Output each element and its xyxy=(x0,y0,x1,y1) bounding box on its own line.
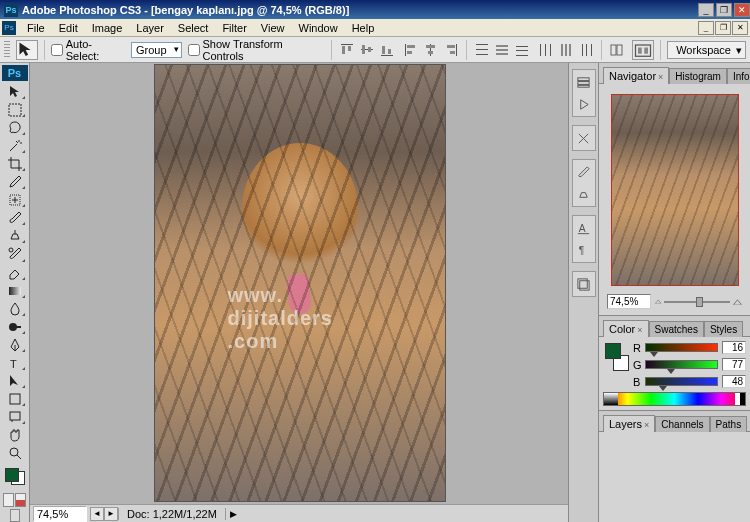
magic-wand-tool[interactable] xyxy=(3,137,27,155)
auto-select-dropdown[interactable]: Group xyxy=(131,42,182,58)
color-r-value[interactable]: 16 xyxy=(722,341,746,354)
doc-restore-button[interactable]: ❐ xyxy=(715,21,731,35)
crop-tool[interactable] xyxy=(3,155,27,173)
quickmask-mode-button[interactable] xyxy=(15,493,26,507)
dodge-tool[interactable] xyxy=(3,318,27,336)
align-bottom-edges-button[interactable] xyxy=(378,41,396,59)
menu-view[interactable]: View xyxy=(254,20,292,36)
brushes-panel-icon[interactable] xyxy=(574,162,594,182)
menu-select[interactable]: Select xyxy=(171,20,216,36)
navigator-zoom-field[interactable]: 74,5% xyxy=(607,294,651,309)
workspace-button[interactable]: Workspace xyxy=(667,41,746,59)
maximize-button[interactable]: ❐ xyxy=(716,3,732,17)
align-vcenter-button[interactable] xyxy=(358,41,376,59)
tab-navigator[interactable]: Navigator× xyxy=(603,67,669,84)
zoom-tool[interactable] xyxy=(3,444,27,462)
show-transform-checkbox[interactable]: Show Transform Controls xyxy=(188,38,326,62)
svg-rect-53 xyxy=(578,85,589,87)
dist-left-button[interactable] xyxy=(537,41,555,59)
eraser-tool[interactable] xyxy=(3,264,27,282)
navigator-zoom-slider[interactable] xyxy=(655,295,742,309)
history-brush-tool[interactable] xyxy=(3,245,27,263)
lasso-tool[interactable] xyxy=(3,119,27,137)
tool-presets-icon[interactable] xyxy=(574,128,594,148)
status-prev-button[interactable]: ◄ xyxy=(90,507,104,521)
fg-bg-color[interactable] xyxy=(3,466,27,487)
document-canvas[interactable]: www. dijitalders .com xyxy=(155,65,445,501)
go-to-bridge-button[interactable] xyxy=(632,40,654,60)
toolbox: Ps T xyxy=(0,63,30,522)
dist-right-button[interactable] xyxy=(577,41,595,59)
move-tool[interactable] xyxy=(3,83,27,101)
actions-panel-icon[interactable] xyxy=(574,94,594,114)
canvas-area[interactable]: www. dijitalders .com xyxy=(30,63,568,522)
eyedropper-tool[interactable] xyxy=(3,173,27,191)
menu-window[interactable]: Window xyxy=(292,20,345,36)
status-zoom-field[interactable]: 74,5% xyxy=(33,506,87,522)
align-top-edges-button[interactable] xyxy=(338,41,356,59)
minimize-button[interactable]: _ xyxy=(698,3,714,17)
clone-stamp-tool[interactable] xyxy=(3,227,27,245)
color-b-value[interactable]: 48 xyxy=(722,375,746,388)
menu-help[interactable]: Help xyxy=(345,20,382,36)
tab-channels[interactable]: Channels xyxy=(655,416,709,432)
toolbox-column-toggle[interactable] xyxy=(10,509,20,522)
color-g-value[interactable]: 77 xyxy=(722,358,746,371)
dist-vcenter-button[interactable] xyxy=(493,41,511,59)
brush-tool[interactable] xyxy=(3,209,27,227)
gradient-tool[interactable] xyxy=(3,282,27,300)
dist-hcenter-button[interactable] xyxy=(557,41,575,59)
path-selection-tool[interactable] xyxy=(3,372,27,390)
shape-tool[interactable] xyxy=(3,390,27,408)
close-button[interactable]: ✕ xyxy=(734,3,750,17)
standard-mode-button[interactable] xyxy=(3,493,14,507)
status-menu-arrow[interactable]: ▶ xyxy=(226,509,241,519)
svg-rect-56 xyxy=(578,233,589,234)
menu-edit[interactable]: Edit xyxy=(52,20,85,36)
menu-filter[interactable]: Filter xyxy=(215,20,253,36)
menu-file[interactable]: File xyxy=(20,20,52,36)
auto-select-checkbox[interactable]: Auto-Select: xyxy=(51,38,125,62)
color-b-slider[interactable] xyxy=(645,377,718,386)
marquee-tool[interactable] xyxy=(3,101,27,119)
color-fg-swatch[interactable] xyxy=(605,343,621,359)
align-right-edges-button[interactable] xyxy=(442,41,460,59)
blur-tool[interactable] xyxy=(3,300,27,318)
tab-color[interactable]: Color× xyxy=(603,320,649,337)
menu-image[interactable]: Image xyxy=(85,20,130,36)
type-tool[interactable]: T xyxy=(3,354,27,372)
color-fg-bg[interactable] xyxy=(603,341,629,371)
align-hcenter-button[interactable] xyxy=(422,41,440,59)
navigator-thumbnail[interactable] xyxy=(611,94,739,286)
paragraph-panel-icon[interactable]: ¶ xyxy=(574,240,594,260)
notes-tool[interactable] xyxy=(3,408,27,426)
color-g-slider[interactable] xyxy=(645,360,718,369)
options-grip-icon[interactable] xyxy=(4,41,10,59)
tab-swatches[interactable]: Swatches xyxy=(649,321,704,337)
doc-close-button[interactable]: ✕ xyxy=(732,21,748,35)
character-panel-icon[interactable]: A xyxy=(574,218,594,238)
tab-layers[interactable]: Layers× xyxy=(603,415,655,432)
dist-top-button[interactable] xyxy=(473,41,491,59)
color-r-slider[interactable] xyxy=(645,343,718,352)
dist-bottom-button[interactable] xyxy=(513,41,531,59)
svg-text:T: T xyxy=(10,358,17,370)
healing-brush-tool[interactable] xyxy=(3,191,27,209)
history-panel-icon[interactable] xyxy=(574,72,594,92)
foreground-color-swatch[interactable] xyxy=(5,468,19,482)
auto-align-button[interactable] xyxy=(608,41,626,59)
status-next-button[interactable]: ► xyxy=(104,507,118,521)
doc-minimize-button[interactable]: _ xyxy=(698,21,714,35)
pen-tool[interactable] xyxy=(3,336,27,354)
tab-histogram[interactable]: Histogram xyxy=(669,68,727,84)
clone-source-icon[interactable] xyxy=(574,184,594,204)
layer-comps-icon[interactable] xyxy=(574,274,594,294)
tab-info[interactable]: Info xyxy=(727,68,750,84)
color-spectrum[interactable] xyxy=(603,392,746,406)
menu-layer[interactable]: Layer xyxy=(129,20,171,36)
hand-tool[interactable] xyxy=(3,426,27,444)
align-left-edges-button[interactable] xyxy=(402,41,420,59)
active-tool-indicator[interactable] xyxy=(16,40,38,60)
tab-paths[interactable]: Paths xyxy=(710,416,748,432)
tab-styles[interactable]: Styles xyxy=(704,321,743,337)
